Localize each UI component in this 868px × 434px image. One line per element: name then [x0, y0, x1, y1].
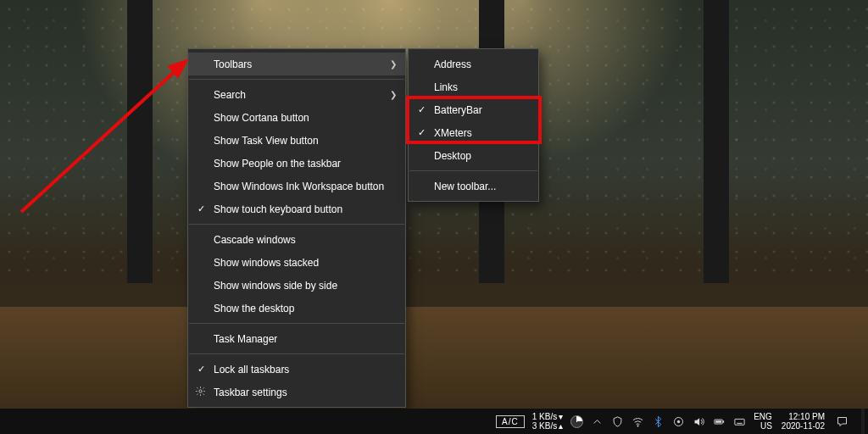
- menu-item-label: Cascade windows: [214, 234, 296, 246]
- clock-date: 2020-11-02: [782, 421, 825, 431]
- show-desktop-strip[interactable]: [861, 409, 865, 434]
- svg-point-3: [637, 425, 638, 426]
- menu-item-label: Show Cortana button: [214, 112, 309, 124]
- menu-item-label: BatteryBar: [434, 104, 482, 116]
- taskbar-context-menu: Toolbars ❯ Search ❯ Show Cortana button …: [187, 48, 406, 408]
- menu-item-label: Task Manager: [214, 333, 277, 345]
- menu-item-show-cortana[interactable]: Show Cortana button: [188, 106, 405, 129]
- menu-item-label: Show the desktop: [214, 303, 294, 314]
- submenu-item-xmeters[interactable]: ✓ XMeters: [409, 121, 538, 144]
- submenu-item-address[interactable]: Address: [409, 53, 538, 75]
- menu-item-label: Show touch keyboard button: [214, 203, 342, 215]
- menu-item-show-people[interactable]: Show People on the taskbar: [188, 152, 405, 175]
- bluetooth-icon[interactable]: [652, 415, 665, 428]
- menu-item-search[interactable]: Search ❯: [188, 83, 405, 106]
- keyboard-icon[interactable]: [733, 415, 746, 428]
- menu-item-label: Address: [434, 58, 471, 70]
- menu-item-label: Show windows side by side: [214, 280, 337, 292]
- menu-item-label: Search: [214, 89, 246, 101]
- menu-item-taskbar-settings[interactable]: Taskbar settings: [188, 381, 405, 403]
- menu-item-label: Show Windows Ink Workspace button: [214, 181, 384, 192]
- menu-item-task-manager[interactable]: Task Manager: [188, 327, 405, 350]
- netspeed-arrows: ▾▴: [557, 412, 563, 431]
- svg-rect-8: [723, 420, 724, 423]
- menu-item-label: Links: [434, 81, 458, 93]
- menu-item-label: Show People on the taskbar: [214, 158, 341, 170]
- toolbars-submenu: Address Links ✓ BatteryBar ✓ XMeters Des…: [408, 48, 539, 202]
- submenu-item-new-toolbar[interactable]: New toolbar...: [409, 175, 538, 198]
- taskbar[interactable]: A/C 1 KB/s 3 KB/s ▾▴: [0, 409, 868, 434]
- submenu-item-batterybar[interactable]: ✓ BatteryBar: [409, 98, 538, 121]
- batterybar-widget[interactable]: A/C: [496, 415, 525, 428]
- xmeters-widget[interactable]: [570, 415, 583, 428]
- menu-item-show-desktop[interactable]: Show the desktop: [188, 297, 405, 320]
- svg-rect-10: [735, 419, 744, 425]
- menu-item-label: Taskbar settings: [214, 387, 287, 398]
- action-center-icon[interactable]: [836, 415, 849, 428]
- wifi-icon[interactable]: [632, 415, 644, 428]
- netspeed-down: 1 KB/s: [532, 412, 557, 421]
- battery-icon[interactable]: [713, 415, 726, 428]
- menu-item-label: Desktop: [434, 150, 471, 162]
- chevron-right-icon: ❯: [390, 90, 397, 99]
- language-indicator[interactable]: ENG US: [754, 412, 774, 431]
- netspeed-up: 3 KB/s: [532, 421, 557, 431]
- check-icon: ✓: [416, 104, 426, 115]
- menu-item-label: Lock all taskbars: [214, 364, 289, 376]
- chevron-right-icon: ❯: [390, 59, 397, 69]
- menu-item-toolbars[interactable]: Toolbars ❯: [188, 53, 405, 75]
- check-icon: ✓: [196, 203, 206, 214]
- clock-time: 12:10 PM: [782, 412, 825, 421]
- menu-item-show-ink[interactable]: Show Windows Ink Workspace button: [188, 175, 405, 198]
- menu-separator: [409, 170, 537, 171]
- lang-bottom: US: [754, 421, 772, 431]
- menu-item-label: Show windows stacked: [214, 257, 319, 269]
- clock[interactable]: 12:10 PM 2020-11-02: [782, 412, 828, 431]
- check-icon: ✓: [196, 364, 206, 375]
- svg-point-5: [677, 420, 680, 423]
- svg-point-0: [199, 389, 202, 392]
- menu-separator: [189, 353, 404, 354]
- volume-icon[interactable]: [693, 415, 705, 428]
- check-icon: ✓: [416, 127, 426, 138]
- submenu-item-links[interactable]: Links: [409, 75, 538, 98]
- lang-top: ENG: [754, 412, 772, 421]
- menu-item-label: XMeters: [434, 127, 472, 139]
- svg-marker-6: [695, 418, 700, 426]
- location-icon[interactable]: [672, 415, 685, 428]
- menu-item-side-by-side[interactable]: Show windows side by side: [188, 274, 405, 297]
- submenu-item-desktop[interactable]: Desktop: [409, 144, 538, 167]
- menu-separator: [189, 224, 404, 225]
- system-tray: A/C 1 KB/s 3 KB/s ▾▴: [496, 409, 865, 434]
- menu-separator: [189, 323, 404, 324]
- menu-item-label: Show Task View button: [214, 135, 319, 147]
- menu-item-label: New toolbar...: [434, 181, 496, 192]
- menu-item-show-task-view[interactable]: Show Task View button: [188, 129, 405, 152]
- gear-icon: [195, 386, 206, 399]
- menu-item-lock-taskbars[interactable]: ✓ Lock all taskbars: [188, 358, 405, 381]
- tray-chevron-up-icon[interactable]: [591, 415, 604, 428]
- svg-rect-9: [715, 420, 721, 423]
- menu-item-label: Toolbars: [214, 58, 252, 70]
- menu-item-cascade[interactable]: Cascade windows: [188, 228, 405, 251]
- menu-item-stacked[interactable]: Show windows stacked: [188, 251, 405, 274]
- security-icon[interactable]: [611, 415, 624, 428]
- netspeed-widget[interactable]: 1 KB/s 3 KB/s: [532, 412, 557, 431]
- menu-item-show-touch-keyboard[interactable]: ✓ Show touch keyboard button: [188, 198, 405, 220]
- menu-separator: [189, 79, 404, 80]
